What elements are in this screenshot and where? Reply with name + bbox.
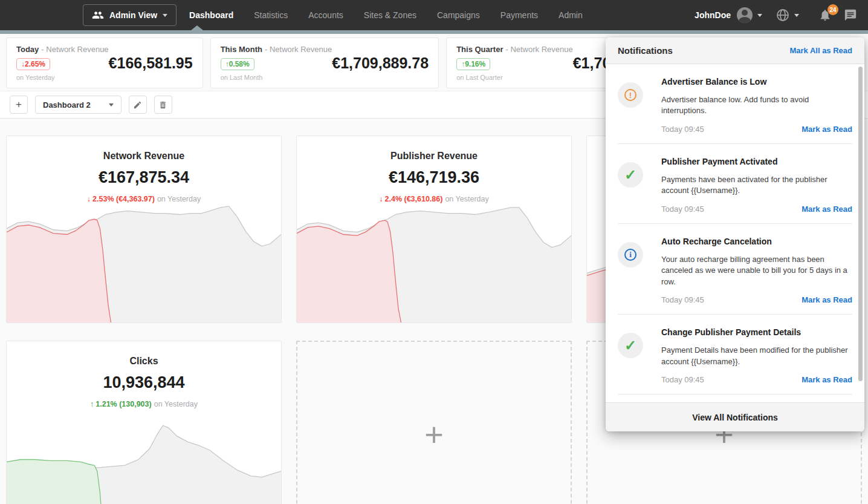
kpi-value: €166,581.95 (109, 54, 193, 72)
trash-icon (158, 100, 167, 110)
scrollbar-thumb[interactable] (858, 67, 863, 381)
notification-icon-circle: ✓ (618, 333, 643, 358)
notifications-title: Notifications (618, 45, 673, 56)
kpi-title: This Quarter- Network Revenue (456, 45, 573, 54)
widget-value: 10,936,844 (7, 373, 281, 392)
notification-title: Change Publisher Payment Details (661, 327, 852, 337)
notification-body: Payments have been activated for the pub… (661, 174, 852, 197)
kpi-change-badge: ↑0.58% (221, 58, 254, 70)
widget-header: Clicks 10,936,844 ↑1.21% (130,903)on Yes… (7, 341, 281, 408)
widget-card: Network Revenue €167,875.34 ↓2.53% (€4,3… (6, 136, 282, 323)
widget-title: Network Revenue (7, 151, 281, 162)
view-all-notifications-button[interactable]: View All Notifications (606, 402, 864, 431)
notification-title: Auto Recharge Cancelation (661, 237, 852, 246)
widget-chart (297, 205, 571, 322)
widget-change: ↑1.21% (130,903) (90, 400, 152, 408)
mark-as-read-link[interactable]: Mark as Read (802, 295, 852, 304)
nav-tab[interactable]: Accounts (298, 0, 354, 30)
nav-tab-label: Accounts (308, 10, 343, 20)
notification-body: Payment Details have been modified for t… (661, 345, 852, 367)
notifications-panel: Notifications Mark All as Read ! Adverti… (606, 38, 864, 431)
change-arrow-icon: ↓ (379, 195, 383, 203)
mark-all-read-link[interactable]: Mark All as Read (789, 46, 852, 55)
mark-as-read-link[interactable]: Mark as Read (802, 125, 852, 134)
kpi-left: This Month- Network Revenue ↑0.58% on La… (221, 45, 332, 81)
chevron-down-icon (163, 14, 167, 17)
kpi-left: Today- Network Revenue ↓2.65% on Yesterd… (16, 45, 109, 81)
language-menu[interactable] (776, 8, 799, 22)
notification-item: ! New Country Login Your Account was acc… (618, 394, 852, 402)
widget-chart (7, 410, 281, 504)
kpi-period: This Month (221, 45, 262, 54)
top-nav: Admin View DashboardStatisticsAccountsSi… (0, 0, 868, 30)
add-dashboard-button[interactable]: + (10, 96, 28, 114)
notification-title: Publisher Payment Activated (661, 157, 852, 166)
widget-header: Publisher Revenue €146,719.36 ↓2.4% (€3,… (297, 136, 571, 203)
language-chevron-icon (794, 14, 799, 17)
chat-icon[interactable] (844, 8, 857, 22)
admin-view-button[interactable]: Admin View (83, 4, 177, 26)
widget-change-value: 1.21% (130,903) (96, 400, 151, 408)
delete-dashboard-button[interactable] (154, 96, 172, 114)
change-arrow-icon: ↑ (90, 400, 94, 408)
notification-content: Advertiser Balance is Low Advertiser bal… (661, 74, 852, 134)
notification-time: Today 09:45 (661, 375, 704, 384)
kpi-compare: on Last Month (221, 74, 332, 81)
widget-chart (7, 205, 281, 322)
user-menu-chevron-icon[interactable] (757, 14, 762, 17)
mark-as-read-link[interactable]: Mark as Read (802, 375, 852, 384)
notification-meta: Today 09:45 Mark as Read (661, 375, 852, 384)
nav-tabs: DashboardStatisticsAccountsSites & Zones… (179, 0, 593, 30)
widget-change-value: 2.53% (€4,363.97) (92, 195, 155, 203)
notification-time: Today 09:45 (661, 125, 704, 134)
nav-tab[interactable]: Dashboard (179, 0, 244, 30)
edit-dashboard-button[interactable] (129, 96, 147, 114)
nav-tab[interactable]: Sites & Zones (354, 0, 427, 30)
nav-tab[interactable]: Statistics (244, 0, 298, 30)
kpi-title: This Month- Network Revenue (221, 45, 332, 54)
avatar[interactable] (737, 7, 753, 23)
notification-meta: Today 09:45 Mark as Read (661, 205, 852, 214)
nav-tab-label: Payments (500, 10, 538, 20)
notification-item: i Auto Recharge Cancelation Your auto re… (618, 224, 852, 315)
widget-change-value: 2.4% (€3,610.86) (385, 195, 443, 203)
widget-change: ↓2.4% (€3,610.86) (379, 195, 442, 203)
mark-as-read-link[interactable]: Mark as Read (802, 205, 852, 214)
nav-accent-strip (0, 30, 868, 34)
notification-time: Today 09:45 (661, 295, 704, 304)
kpi-metric: - Network Revenue (505, 45, 572, 54)
notification-icon-circle: i (618, 242, 643, 267)
nav-right-cluster: JohnDoe 24 (695, 7, 857, 23)
change-arrow-icon: ↓ (87, 195, 91, 203)
notification-icon-circle: ✓ (618, 162, 643, 188)
kpi-change-value: 9.16% (465, 60, 485, 68)
kpi-compare: on Yesterday (16, 74, 109, 81)
nav-tab-label: Sites & Zones (364, 10, 416, 20)
add-widget-slot[interactable]: + (296, 341, 572, 504)
notification-item: ✓ Change Publisher Payment Details Payme… (618, 315, 852, 394)
add-widget-plus-icon[interactable]: + (297, 342, 571, 504)
info-icon: i (624, 249, 636, 261)
kpi-change-value: 2.65% (25, 60, 45, 68)
notification-content: Publisher Payment Activated Payments hav… (661, 154, 852, 214)
chevron-down-icon (109, 103, 114, 106)
notifications-toggle[interactable]: 24 (818, 8, 832, 22)
kpi-metric: - Network Revenue (41, 45, 108, 54)
widget-change-line: ↑1.21% (130,903)on Yesterday (7, 400, 281, 408)
kpi-change-badge: ↓2.65% (16, 58, 50, 70)
widget-compare: on Yesterday (154, 400, 198, 408)
active-tab-pointer (191, 25, 203, 30)
notification-list: ! Advertiser Balance is Low Advertiser b… (606, 64, 864, 402)
nav-tab[interactable]: Campaigns (427, 0, 490, 30)
nav-tab[interactable]: Payments (490, 0, 548, 30)
kpi-card: Today- Network Revenue ↓2.65% on Yesterd… (6, 38, 203, 88)
nav-tab-label: Campaigns (437, 10, 480, 20)
notification-title: Advertiser Balance is Low (661, 77, 852, 87)
widget-compare: on Yesterday (157, 195, 201, 203)
notification-badge: 24 (828, 4, 838, 15)
notification-body: Your auto recharge billing agreement has… (661, 254, 852, 287)
nav-tab[interactable]: Admin (548, 0, 593, 30)
dashboard-select[interactable]: Dashboard 2 (35, 96, 121, 114)
widget-card: Clicks 10,936,844 ↑1.21% (130,903)on Yes… (6, 341, 282, 504)
widget-value: €167,875.34 (7, 168, 281, 187)
